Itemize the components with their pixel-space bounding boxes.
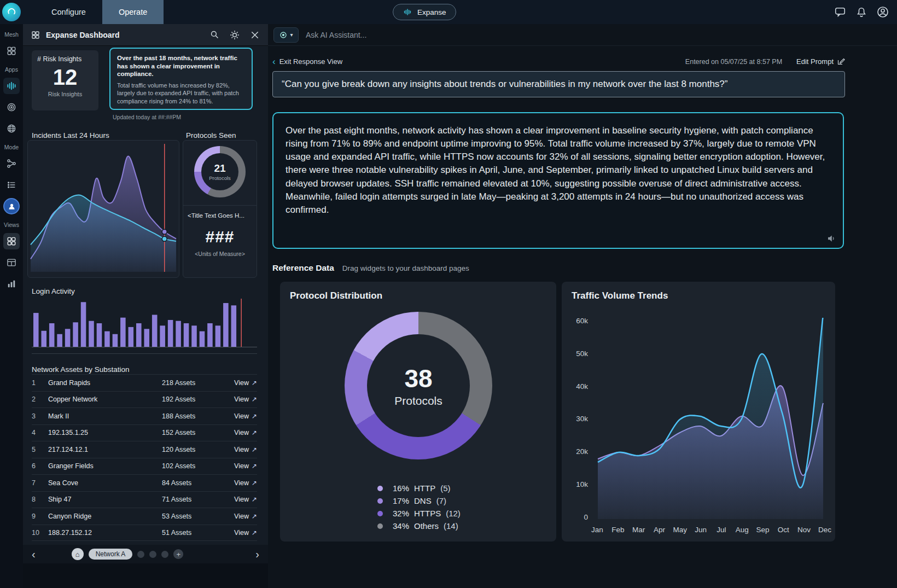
reference-data-title: Reference Data <box>272 263 334 273</box>
pager-next-icon[interactable]: › <box>255 549 259 560</box>
legend-percent: 17% <box>388 496 409 505</box>
external-arrow-icon: ↗ <box>252 429 257 436</box>
table-row[interactable]: 3 Mark II 188 Assets View ↗ <box>32 407 257 424</box>
legend-item: 32% HTTPS (12) <box>377 507 461 520</box>
rail-label-mode: Mode <box>4 144 19 150</box>
brand-pill[interactable]: Expanse <box>393 4 456 20</box>
protocol-distribution-card[interactable]: Protocol Distribution 38 Protocols 16% H… <box>280 282 556 542</box>
external-arrow-icon: ↗ <box>252 479 257 487</box>
globe-app-icon[interactable] <box>3 120 20 137</box>
table-row[interactable]: 10 188.27.152.12 51 Assets View ↗ <box>32 525 257 542</box>
external-arrow-icon: ↗ <box>252 412 257 420</box>
bar-chart-view-icon[interactable] <box>3 276 20 292</box>
grid-view-icon[interactable] <box>3 233 20 249</box>
view-link[interactable]: View ↗ <box>225 529 257 537</box>
topbar: Configure Operate Expanse <box>0 0 897 24</box>
rail-label-apps: Apps <box>5 66 18 73</box>
risk-card-value: 12 <box>37 65 93 90</box>
user-avatar-icon[interactable] <box>876 5 889 19</box>
network-page-pill[interactable]: Network A <box>89 549 133 560</box>
asset-count: 120 Assets <box>162 446 225 453</box>
table-row[interactable]: 2 Copper Network 192 Assets View ↗ <box>32 391 257 408</box>
table-row[interactable]: 7 Sea Cove 84 Assets View ↗ <box>32 474 257 491</box>
view-link[interactable]: View ↗ <box>225 379 257 387</box>
asset-name: 192.135.1.25 <box>48 429 162 436</box>
user-prompt-text: “Can you give break down any insights ab… <box>282 79 727 90</box>
asset-rank: 7 <box>32 479 48 487</box>
asset-count: 53 Assets <box>162 513 225 520</box>
app-logo[interactable] <box>2 3 21 21</box>
workflow-mode-icon[interactable] <box>3 155 20 172</box>
asset-name: Mark II <box>48 412 162 420</box>
table-row[interactable]: 4 192.135.1.25 152 Assets View ↗ <box>32 424 257 441</box>
exit-response-view-link[interactable]: ‹ Exit Response View <box>272 57 342 66</box>
y-axis-tick: 40k <box>566 382 588 391</box>
view-link[interactable]: View ↗ <box>225 446 257 453</box>
legend-dot <box>377 498 383 504</box>
asset-count: 84 Assets <box>162 479 225 487</box>
asset-count: 188 Assets <box>162 412 225 420</box>
edit-prompt-link[interactable]: Edit Prompt <box>796 57 845 66</box>
view-link[interactable]: View ↗ <box>225 429 257 436</box>
table-row[interactable]: 1 Grand Rapids 218 Assets View ↗ <box>32 374 257 391</box>
page-dot[interactable] <box>149 551 156 558</box>
x-axis-tick: Mar <box>631 526 647 534</box>
risk-card-label: Risk Insights <box>37 91 93 97</box>
ai-response-text: Over the past eight months, network acti… <box>286 125 825 215</box>
view-link[interactable]: View ↗ <box>225 513 257 520</box>
table-row[interactable]: 5 217.124.12.1 120 Assets View ↗ <box>32 441 257 458</box>
home-icon[interactable]: ⌂ <box>72 548 84 560</box>
placeholder-card-title: <Title Text Goes H... <box>183 206 257 219</box>
x-axis-tick: Sep <box>755 526 771 534</box>
view-label: View <box>234 513 249 520</box>
close-icon[interactable] <box>249 30 260 40</box>
x-axis-tick: Apr <box>651 526 667 534</box>
mesh-grid-icon[interactable] <box>3 43 20 59</box>
waveform-app-icon[interactable] <box>3 78 20 94</box>
ai-assistant-button[interactable]: ▾ <box>273 27 299 43</box>
view-link[interactable]: View ↗ <box>225 479 257 487</box>
asset-name: Grand Rapids <box>48 379 162 387</box>
pager-prev-icon[interactable]: ‹ <box>32 549 36 560</box>
chevron-left-icon: ‹ <box>272 57 276 66</box>
legend-percent: 16% <box>388 484 409 493</box>
asset-rank: 4 <box>32 429 48 436</box>
gear-icon[interactable] <box>229 30 240 40</box>
y-axis-tick: 50k <box>566 350 588 358</box>
notifications-bell-icon[interactable] <box>855 5 868 19</box>
tab-operate[interactable]: Operate <box>102 0 164 24</box>
panel-body: # Risk Insights 12 Risk Insights Over th… <box>23 46 268 545</box>
view-label: View <box>234 462 249 470</box>
speaker-icon[interactable] <box>826 234 836 243</box>
list-mode-icon[interactable] <box>3 177 20 193</box>
table-row[interactable]: 8 Ship 47 71 Assets View ↗ <box>32 491 257 508</box>
add-page-button[interactable]: + <box>173 549 183 559</box>
tab-configure[interactable]: Configure <box>35 0 102 24</box>
page-dot[interactable] <box>161 551 168 558</box>
table-row[interactable]: 6 Granger Fields 102 Assets View ↗ <box>32 458 257 475</box>
external-arrow-icon: ↗ <box>252 462 257 470</box>
view-link[interactable]: View ↗ <box>225 395 257 403</box>
target-app-icon[interactable] <box>3 99 20 115</box>
table-row[interactable]: 9 Canyon Ridge 53 Assets View ↗ <box>32 508 257 525</box>
view-link[interactable]: View ↗ <box>225 412 257 420</box>
traffic-volume-trends-card[interactable]: Traffic Volume Trends 60k50k40k30k20k10k… <box>562 282 835 542</box>
legend-percent: 34% <box>388 521 409 531</box>
topbar-actions <box>834 5 889 19</box>
reference-data-header: Reference Data Drag widgets to your dash… <box>272 263 469 273</box>
search-icon[interactable] <box>209 30 220 40</box>
external-arrow-icon: ↗ <box>252 395 257 403</box>
x-axis-tick: Aug <box>734 526 750 534</box>
view-link[interactable]: View ↗ <box>225 496 257 503</box>
ask-ai-input[interactable] <box>306 31 535 39</box>
protocol-distribution-donut: 38 Protocols <box>345 312 492 459</box>
user-mode-icon[interactable] <box>3 198 20 214</box>
page-dot[interactable] <box>137 551 144 558</box>
chat-icon[interactable] <box>834 5 847 19</box>
table-view-icon[interactable] <box>3 254 20 271</box>
view-link[interactable]: View ↗ <box>225 462 257 470</box>
login-activity-bar-chart <box>32 296 257 354</box>
x-axis-tick: Oct <box>775 526 791 534</box>
legend-count: (7) <box>436 496 446 505</box>
insight-summary-card[interactable]: Over the past 18 months, network traffic… <box>109 48 253 110</box>
